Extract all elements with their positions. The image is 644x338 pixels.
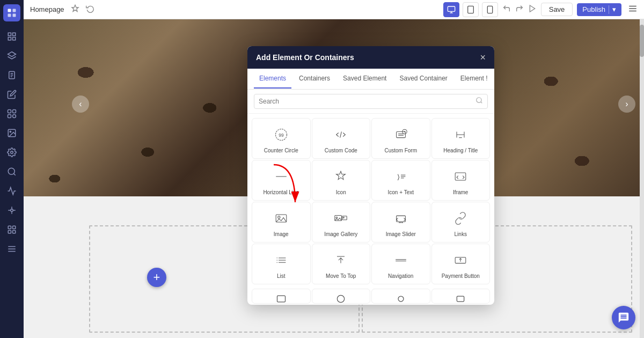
modal-close-button[interactable]: × <box>480 53 486 62</box>
sidebar-icon-components[interactable] <box>3 105 20 122</box>
partial-element-1[interactable] <box>252 289 311 304</box>
sidebar-icon-grid[interactable] <box>3 28 20 45</box>
left-sidebar <box>0 0 24 338</box>
element-image-gallery[interactable]: Image Gallery <box>312 202 371 243</box>
sidebar-icon-settings[interactable] <box>3 144 20 161</box>
element-icon-text[interactable]: Icon + Text <box>371 160 430 201</box>
modal-search <box>247 90 494 114</box>
svg-text:99: 99 <box>279 133 284 138</box>
element-label-iframe: Iframe <box>453 189 468 196</box>
svg-marker-8 <box>8 52 16 57</box>
partial-element-4[interactable] <box>431 289 491 304</box>
element-image-slider[interactable]: Image Slider <box>371 202 430 243</box>
tab-elements[interactable]: Elements <box>254 69 291 89</box>
svg-point-74 <box>400 222 401 223</box>
hamburger-icon[interactable] <box>628 4 638 16</box>
image-slider-icon <box>391 209 411 228</box>
publish-button[interactable]: Publish ▾ <box>577 3 621 16</box>
history-icon[interactable] <box>86 4 94 15</box>
element-label-image: Image <box>274 231 289 238</box>
element-list[interactable]: List <box>252 244 311 284</box>
svg-rect-5 <box>13 33 16 35</box>
sidebar-icon-more2[interactable] <box>3 240 20 258</box>
svg-rect-13 <box>8 110 11 113</box>
partial-element-3[interactable] <box>371 289 430 304</box>
mobile-device-btn[interactable] <box>482 2 498 17</box>
svg-rect-50 <box>396 131 405 137</box>
save-button[interactable]: Save <box>541 3 573 16</box>
preview-icon[interactable] <box>528 4 537 15</box>
element-icon[interactable]: Icon <box>312 160 371 201</box>
tab-saved-element[interactable]: Saved Element <box>338 69 392 89</box>
search-input[interactable] <box>259 98 472 105</box>
canvas: ‹ › + Add Element Or Containers × <box>24 19 644 338</box>
app-logo[interactable] <box>3 4 20 21</box>
element-navigation[interactable]: Navigation <box>371 244 430 284</box>
svg-rect-39 <box>487 6 492 13</box>
svg-point-19 <box>11 151 13 154</box>
element-iframe[interactable]: Iframe <box>431 160 491 201</box>
undo-icon[interactable] <box>502 4 511 15</box>
sidebar-icon-integrations[interactable] <box>3 202 20 219</box>
partial-elements-row <box>247 289 494 305</box>
element-links[interactable]: Links <box>431 202 491 243</box>
homepage-tab[interactable]: Homepage <box>30 5 64 13</box>
sidebar-icon-more1[interactable] <box>3 221 20 238</box>
element-label-image-gallery: Image Gallery <box>324 231 357 238</box>
svg-point-75 <box>402 222 403 223</box>
element-heading-title[interactable]: Heading / Title <box>431 118 491 159</box>
desktop-device-btn[interactable] <box>443 2 459 17</box>
iframe-icon <box>451 167 470 186</box>
tab-element-more[interactable]: Element ! <box>455 69 493 89</box>
custom-code-icon <box>331 125 350 144</box>
element-label-horizontal-line: Horizontal Line <box>263 189 299 196</box>
svg-rect-15 <box>8 115 11 118</box>
modal-overlay: Add Element Or Containers × Elements Con… <box>24 19 644 338</box>
modal-header: Add Element Or Containers × <box>247 46 494 69</box>
element-custom-form[interactable]: Custom Form <box>371 118 430 159</box>
svg-rect-6 <box>8 38 11 40</box>
publish-divider <box>609 5 609 14</box>
svg-point-22 <box>11 209 13 212</box>
svg-rect-34 <box>448 6 455 11</box>
pin-icon[interactable] <box>71 4 79 15</box>
svg-point-71 <box>343 217 344 218</box>
links-icon <box>451 209 470 228</box>
elements-grid: 99 Counter Circle Custom <box>247 114 494 289</box>
sidebar-icon-pages[interactable] <box>3 67 20 84</box>
sidebar-icon-seo[interactable] <box>3 163 20 180</box>
top-bar: Homepage <box>24 0 644 19</box>
sidebar-icon-edit[interactable] <box>3 86 20 103</box>
element-custom-code[interactable]: Custom Code <box>312 118 371 159</box>
tab-containers[interactable]: Containers <box>294 69 335 89</box>
sidebar-icon-media[interactable] <box>3 124 20 142</box>
tab-saved-container[interactable]: Saved Container <box>394 69 452 89</box>
svg-rect-0 <box>8 9 11 12</box>
redo-icon[interactable] <box>515 4 524 15</box>
element-move-to-top[interactable]: Move To Top <box>312 244 371 284</box>
element-label-custom-form: Custom Form <box>384 148 417 154</box>
svg-rect-3 <box>13 14 16 17</box>
svg-line-46 <box>481 102 482 104</box>
element-horizontal-line[interactable]: Horizontal Line <box>252 160 311 201</box>
tablet-device-btn[interactable] <box>463 2 479 17</box>
element-label-links: Links <box>455 231 467 238</box>
partial-element-2[interactable] <box>312 289 371 304</box>
sidebar-icon-layers[interactable] <box>3 47 20 64</box>
svg-rect-1 <box>13 9 16 12</box>
element-payment-button[interactable]: Payment Button <box>431 244 491 284</box>
svg-point-20 <box>8 168 14 174</box>
sidebar-icon-marketing[interactable] <box>3 182 20 200</box>
svg-rect-64 <box>455 173 466 180</box>
svg-rect-29 <box>8 231 11 233</box>
svg-rect-30 <box>13 231 16 233</box>
svg-rect-14 <box>13 110 16 113</box>
svg-line-49 <box>340 131 342 137</box>
element-label-custom-code: Custom Code <box>325 148 357 154</box>
svg-point-88 <box>338 295 345 302</box>
element-label-icon-text: Icon + Text <box>388 189 414 196</box>
add-element-modal: Add Element Or Containers × Elements Con… <box>247 46 494 305</box>
element-image[interactable]: Image <box>252 202 311 243</box>
svg-point-66 <box>277 216 280 218</box>
element-counter-circle[interactable]: 99 Counter Circle <box>252 118 311 159</box>
